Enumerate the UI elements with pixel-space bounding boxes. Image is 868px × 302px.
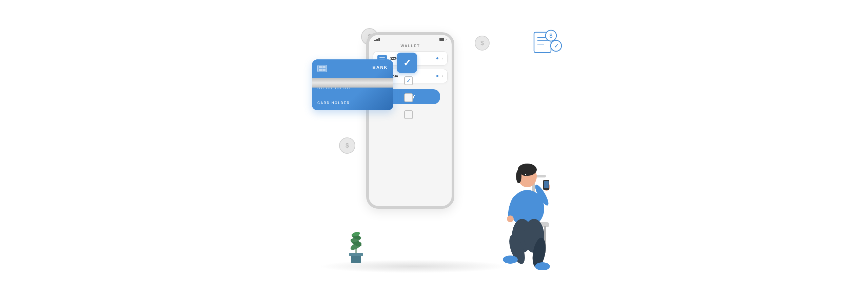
svg-rect-29	[544, 181, 549, 188]
plant-decoration	[342, 222, 370, 263]
bank-card: BANK •••• •••• •••• •••• CARD HOLDER	[312, 59, 393, 110]
small-checkboxes: ✓	[404, 76, 413, 119]
svg-text:✓: ✓	[554, 43, 558, 49]
battery-indicator	[439, 38, 446, 41]
coin-bottom-left: $	[339, 137, 355, 154]
coin-top-right: $	[475, 36, 490, 51]
svg-point-25	[516, 170, 521, 183]
card-dot-1	[436, 57, 438, 59]
svg-rect-9	[349, 253, 363, 256]
chevron-icon-2: ›	[442, 74, 443, 78]
phone-status-bar	[369, 35, 452, 42]
bank-label: BANK	[372, 65, 388, 70]
wallet-title: WALLET	[400, 44, 420, 48]
bank-card-bottom: CARD HOLDER	[317, 101, 388, 105]
small-check-3	[404, 110, 413, 119]
receipt-icon: $ ✓	[532, 29, 563, 56]
check-bubble: ✓	[397, 53, 417, 73]
signal-bars	[374, 38, 380, 41]
chevron-icon-1: ›	[442, 56, 443, 61]
main-scene: $ $ $ $ ✓	[298, 19, 570, 283]
svg-point-39	[525, 174, 526, 175]
card-holder-label: CARD HOLDER	[317, 101, 350, 105]
checkmark-icon: ✓	[403, 57, 411, 69]
svg-text:$: $	[550, 33, 553, 39]
person-illustration	[488, 127, 563, 270]
small-check-1: ✓	[404, 76, 413, 85]
bank-card-top: BANK	[317, 65, 388, 72]
svg-point-35	[503, 256, 518, 264]
svg-point-31	[507, 215, 514, 222]
chip-icon	[317, 65, 327, 72]
svg-point-38	[523, 173, 527, 176]
card-dot-2	[436, 75, 438, 77]
card-stripe	[312, 78, 393, 88]
small-check-2	[404, 93, 413, 102]
